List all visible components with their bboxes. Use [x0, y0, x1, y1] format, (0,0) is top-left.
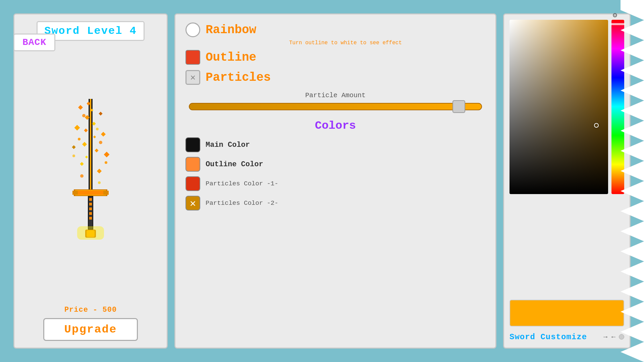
svg-rect-1	[90, 99, 91, 193]
particles-color1-swatch[interactable]	[185, 176, 200, 191]
particles-color1-row: Particles Color -1-	[185, 176, 485, 191]
back-button[interactable]: BACK	[13, 34, 55, 51]
rainbow-checkbox[interactable]	[185, 22, 200, 37]
sword-title: Sword Level 4	[44, 25, 137, 37]
bottom-row: Sword Customize → ←	[509, 332, 624, 342]
svg-rect-23	[103, 191, 109, 195]
svg-point-37	[99, 141, 102, 144]
svg-rect-27	[89, 203, 92, 205]
arrows-label: → ←	[603, 333, 615, 341]
outline-color-row: Outline Color	[185, 157, 485, 172]
particles-color2-swatch[interactable]: ✕	[185, 196, 200, 210]
right-panel: Sword Customize → ←	[503, 13, 631, 349]
sword-preview	[21, 46, 160, 306]
svg-point-34	[82, 114, 86, 117]
svg-rect-29	[89, 212, 92, 215]
svg-rect-30	[89, 217, 92, 220]
svg-rect-7	[93, 135, 96, 138]
svg-rect-8	[82, 142, 87, 146]
svg-rect-13	[74, 125, 80, 131]
gear-icon: ⚙	[613, 11, 617, 20]
color-picker-area	[509, 20, 624, 294]
particles-label: Particles	[206, 71, 271, 84]
svg-rect-22	[72, 191, 78, 195]
svg-rect-17	[80, 162, 84, 166]
svg-point-39	[105, 161, 107, 164]
particle-amount-label: Particle Amount	[185, 92, 485, 99]
main-color-label: Main Color	[206, 141, 250, 149]
svg-rect-6	[84, 128, 88, 132]
particles-x-icon: ✕	[190, 72, 196, 83]
outline-color-swatch[interactable]	[185, 157, 200, 172]
middle-panel: Rainbow Turn outline to white to see eff…	[174, 13, 496, 349]
svg-rect-16	[104, 152, 110, 158]
zigzag-right-edge	[621, 0, 644, 362]
svg-rect-9	[95, 148, 98, 152]
particle-amount-section: Particle Amount	[185, 92, 485, 112]
svg-point-41	[98, 181, 101, 184]
slider-thumb[interactable]	[452, 100, 465, 113]
main-color-row: Main Color	[185, 137, 485, 152]
svg-rect-21	[76, 191, 105, 195]
svg-rect-15	[72, 145, 75, 149]
upgrade-button-label: Upgrade	[64, 323, 117, 336]
particles-color2-row: ✕ Particles Color -2-	[185, 196, 485, 210]
particle-slider[interactable]	[189, 101, 482, 112]
colors-heading: Colors	[185, 119, 485, 132]
svg-rect-12	[99, 112, 102, 115]
svg-rect-33	[77, 226, 104, 240]
outline-row: Outline	[185, 50, 485, 65]
outline-color-label: Outline Color	[206, 160, 263, 169]
sword-customize-label: Sword Customize	[509, 332, 600, 342]
svg-rect-26	[89, 198, 92, 201]
main-color-swatch[interactable]	[185, 137, 200, 152]
svg-point-35	[96, 128, 99, 130]
outline-label: Outline	[206, 51, 256, 64]
rainbow-label: Rainbow	[206, 23, 256, 37]
rainbow-row: Rainbow	[185, 22, 485, 37]
particles2-x-icon: ✕	[190, 197, 196, 209]
color-picker-cursor	[594, 123, 599, 128]
svg-point-36	[78, 138, 80, 140]
outline-swatch[interactable]	[185, 50, 200, 65]
slider-track	[189, 103, 482, 110]
svg-rect-18	[97, 169, 102, 173]
svg-rect-14	[101, 132, 106, 136]
svg-rect-10	[85, 156, 88, 158]
svg-rect-11	[78, 105, 83, 110]
upgrade-button[interactable]: Upgrade	[43, 318, 138, 341]
color-picker-gradient[interactable]	[509, 20, 608, 194]
back-button-label: BACK	[22, 37, 46, 48]
particles-row: ✕ Particles	[185, 70, 485, 85]
color-preview-box	[509, 300, 624, 326]
svg-point-40	[80, 174, 84, 178]
price-label: Price - 500	[64, 306, 117, 314]
left-panel: ⚙ Sword Level 4 BACK	[13, 13, 168, 349]
particles-color2-label: Particles Color -2-	[206, 199, 278, 207]
svg-point-38	[72, 155, 75, 157]
svg-rect-28	[89, 207, 92, 210]
particles-checkbox[interactable]: ✕	[185, 70, 200, 85]
sword-image	[60, 96, 121, 256]
rainbow-subtitle: Turn outline to white to see effect	[206, 40, 485, 46]
svg-rect-5	[92, 122, 96, 125]
particles-color1-label: Particles Color -1-	[206, 180, 278, 188]
